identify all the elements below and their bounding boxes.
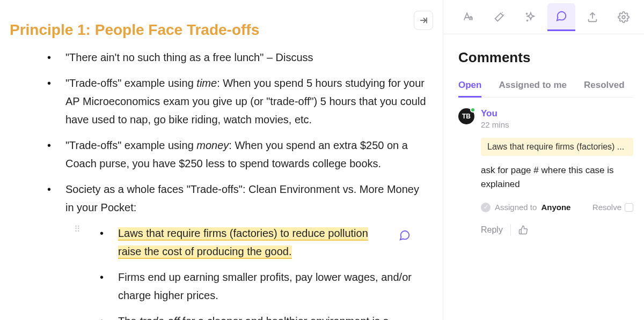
effects-tool[interactable] [516,3,544,31]
comment-text: ask for page # where this case is explai… [481,163,633,192]
tab-open[interactable]: Open [458,80,481,97]
comment-author: You [481,108,633,119]
wand-icon [493,11,505,23]
assigned-check-icon: ✓ [481,203,491,212]
list-item[interactable]: "There ain't no such thing as a free lun… [47,48,427,66]
share-icon [587,11,598,23]
list-item-text: "Trade-offs" example using [65,77,196,89]
right-sidebar: Comments Open Assigned to me Resolved TB… [443,0,644,320]
tab-resolved[interactable]: Resolved [584,80,625,97]
list-item[interactable]: ⠿ Laws that require firms (factories) to… [100,224,427,261]
comment-body: You 22 mins Laws that require firms (fac… [481,108,633,236]
reply-button[interactable]: Reply [481,225,503,235]
assigned-value[interactable]: Anyone [541,203,570,212]
panel-title: Comments [458,49,633,66]
avatar-initials: TB [462,113,471,120]
comment-time: 22 mins [481,120,633,129]
tab-assigned-to-me[interactable]: Assigned to me [499,80,567,97]
thumbs-up-icon [518,225,528,235]
assigned-label: Assigned to [495,203,537,212]
highlighted-text[interactable]: raise the cost of producing the good. [118,245,292,259]
list-item-em: trade-off [140,315,179,320]
highlighted-text[interactable]: Laws that require firms (factories) to r… [118,227,368,241]
document-editor: Principle 1: People Face Trade-offs "The… [0,0,443,320]
bullet-list: "There ain't no such thing as a free lun… [10,48,427,320]
list-item-em: time [196,77,217,89]
resolve-checkbox[interactable] [625,203,633,212]
drag-handle-icon[interactable]: ⠿ [74,227,82,232]
comment-actions: Reply [481,224,633,236]
presence-dot-icon [470,107,475,113]
resolve-label: Resolve [592,203,621,212]
list-item[interactable]: Society as a whole faces "Trade-offs": C… [47,180,427,320]
sparkles-icon [524,11,536,23]
list-item[interactable]: The trade-off for a cleaner and healthie… [100,312,427,320]
divider [510,224,511,236]
comment-thread[interactable]: TB You 22 mins Laws that require firms (… [458,108,633,236]
resolve-button[interactable]: Resolve [592,203,633,212]
typography-icon [462,11,474,23]
comment-quote[interactable]: Laws that require firms (factories) ... [481,138,633,156]
list-item-text: "There ain't no such thing as a free lun… [65,51,313,63]
list-item[interactable]: Firms end up earning smaller profits, pa… [100,268,427,304]
collapse-sidebar-button[interactable] [414,11,433,30]
list-item-text: Society as a whole faces "Trade-offs": C… [65,183,419,213]
list-item-text: "Trade-offs" example using [65,139,196,151]
gear-icon [618,11,630,23]
inline-comment-indicator[interactable] [399,229,411,241]
avatar: TB [458,108,474,124]
like-button[interactable] [518,225,528,235]
list-item[interactable]: "Trade-offs" example using time: When yo… [47,74,427,129]
list-item-text: Firms end up earning smaller profits, pa… [118,271,412,301]
share-tool[interactable] [579,3,606,31]
comment-icon [555,10,567,22]
comments-tool[interactable] [547,3,575,31]
comment-icon [399,229,411,241]
list-item-em: money [196,139,229,151]
typography-tool[interactable] [454,3,482,31]
list-item[interactable]: "Trade-offs" example using money: When y… [47,136,427,173]
sidebar-toolbar [443,0,644,34]
document-heading: Principle 1: People Face Trade-offs [10,21,427,39]
list-item-text: The [118,315,140,320]
nested-bullet-list: ⠿ Laws that require firms (factories) to… [65,224,427,320]
ai-tool[interactable] [485,3,513,31]
svg-point-0 [622,16,625,19]
collapse-icon [419,16,428,25]
comments-panel: Comments Open Assigned to me Resolved TB… [443,34,644,320]
comment-meta: ✓ Assigned to Anyone Resolve [481,203,633,212]
list-item-text: for a cleaner and healthier environment … [180,315,389,320]
comment-filter-tabs: Open Assigned to me Resolved [458,80,633,98]
settings-tool[interactable] [610,3,638,31]
